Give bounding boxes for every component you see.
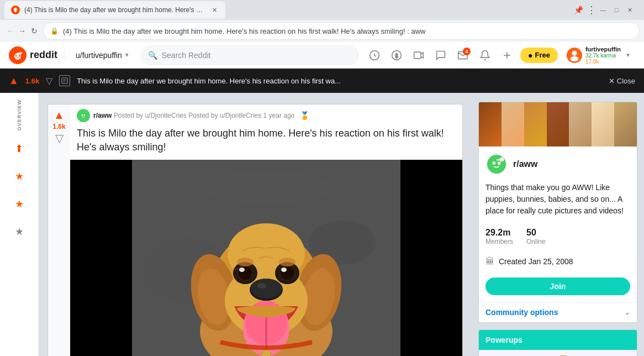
search-bar[interactable]: 🔍 Search Reddit [141,45,359,65]
search-placeholder: Search Reddit [162,51,211,60]
svg-point-51 [492,161,495,165]
members-label: Members [485,238,513,245]
sidebar-header: r/aww [479,146,637,182]
community-options-row[interactable]: Community options ⌄ [479,302,637,322]
star-icon-1: ★ [15,170,24,182]
reddit-logo[interactable]: reddit [9,46,57,64]
home-icon: ⬆ [15,143,23,155]
post-vote-column: ▲ 1.6k ▽ [48,104,70,356]
svg-point-2 [14,53,21,60]
user-profile[interactable]: furtivepuffin 32.7k karma 17.8k ▼ [562,44,635,67]
pin-icon: 📌 [574,6,583,14]
lock-icon: 🔒 [50,27,59,35]
free-btn[interactable]: ● Free [520,48,558,63]
post-body: r/aww Posted by u/DjontleCries Posted by… [70,104,462,356]
header-icons: 4 ● Free furtivepuffin 32.7k karma 17.8k [366,44,635,67]
svg-point-46 [281,268,287,272]
close-icon: ✕ [609,77,615,85]
award-icon: 🏅 [300,111,309,120]
star-icon-3: ★ [15,226,24,238]
forward-btn[interactable]: → [17,25,28,36]
sidebar-banner [479,102,637,146]
address-bar[interactable]: 🔒 (4) This is Milo the day after we brou… [43,22,640,40]
main-content: OVERVIEW ⬆ ★ ★ ★ ▲ 1.6k [0,93,644,356]
user-dropdown-label: u/furtivepuffin [76,51,122,60]
reddit-header: reddit u/furtivepuffin ▼ 🔍 Search Reddit [0,42,644,69]
banner-thumb-4 [547,102,569,146]
svg-point-1 [14,11,17,12]
post-image-container [70,160,462,356]
banner-thumbnails [479,102,637,146]
created-date: Created Jan 25, 2008 [499,257,573,266]
announce-upvote-icon[interactable]: ▲ [9,75,19,87]
upvote-btn[interactable]: ▲ [54,109,65,122]
post-card: ▲ 1.6k ▽ [47,104,463,356]
downvote-btn[interactable]: ▽ [55,132,64,145]
reddit-logo-icon [9,46,27,64]
svg-point-18 [82,114,83,116]
nav-controls: ← → ↻ [4,25,40,36]
browser-tab[interactable]: (4) This is Milo the day after we brough… [4,1,225,19]
address-text: (4) This is Milo the day after we brough… [63,27,632,35]
close-btn[interactable]: ✕ [624,4,635,15]
svg-point-35 [257,283,266,289]
announce-close-btn[interactable]: ✕ Close [609,77,635,85]
svg-point-48 [279,258,295,266]
sidebar-item-home[interactable]: ⬆ [5,139,34,158]
svg-point-52 [498,161,501,165]
sidebar-item-star-2[interactable]: ★ [5,195,34,213]
svg-point-4 [19,55,20,56]
banner-thumb-6 [592,102,614,146]
right-sidebar: r/aww Things that make you go AWW! Like … [472,93,644,356]
chevron-down-icon: ⌄ [625,308,630,316]
online-label: Online [526,238,546,245]
username: furtivepuffin [585,46,621,53]
dropdown-arrow-icon: ▼ [124,52,130,58]
tab-favicon [11,6,20,14]
video-icon-btn[interactable] [410,46,427,64]
online-value: 50 [526,228,546,238]
maximize-btn[interactable]: □ [611,4,622,15]
join-btn[interactable]: Join [485,278,630,295]
header-divider [64,50,65,61]
subreddit-link[interactable]: r/aww [93,112,112,119]
powerups-card: Powerups [478,329,637,356]
announce-close-label: Close [617,77,635,85]
coins-icon-btn[interactable] [388,46,405,64]
svg-point-12 [571,56,579,61]
online-stat: 50 Online [526,228,546,245]
announce-downvote-icon[interactable]: ▽ [46,76,52,86]
left-sidebar: OVERVIEW ⬆ ★ ★ ★ [0,93,39,356]
chat-icon-btn[interactable] [432,46,450,64]
powerups-body [479,350,637,356]
sidebar-item-star-3[interactable]: ★ [5,222,34,241]
plus-icon-btn[interactable] [498,46,516,64]
sidebar-created: 🏛 Created Jan 25, 2008 [479,252,637,273]
post-meta: r/aww Posted by u/DjontleCries Posted by… [93,112,294,119]
inbox-icon-btn[interactable]: 4 [454,46,472,64]
profile-dropdown-icon: ▼ [625,52,631,58]
members-stat: 29.2m Members [485,228,513,245]
svg-point-19 [84,114,85,116]
reload-btn[interactable]: ↻ [29,25,40,36]
community-options-label: Community options [485,308,558,317]
bell-icon-btn[interactable] [476,46,494,64]
window-controls: — □ ✕ [598,4,635,15]
reddit-logo-text: reddit [30,49,57,61]
svg-point-11 [572,50,577,55]
user-subreddit-dropdown[interactable]: u/furtivepuffin ▼ [71,49,134,62]
tab-close-btn[interactable]: ✕ [210,6,219,14]
minimize-btn[interactable]: — [598,4,609,15]
post-area: ▲ 1.6k ▽ [39,93,472,356]
sidebar-item-star-1[interactable]: ★ [5,167,34,186]
subreddit-icon [77,109,90,122]
svg-point-17 [80,112,87,119]
browser-menu-btn[interactable]: ⋮ [587,4,597,16]
post-wrapper: ▲ 1.6k ▽ [48,104,462,356]
back-btn[interactable]: ← [4,25,15,36]
address-bar-row: ← → ↻ 🔒 (4) This is Milo the day after w… [0,20,644,42]
powerups-title: Powerups [485,336,522,344]
popular-icon-btn[interactable] [366,46,383,64]
vote-count: 1.6k [52,123,65,130]
overview-label: OVERVIEW [17,100,22,130]
